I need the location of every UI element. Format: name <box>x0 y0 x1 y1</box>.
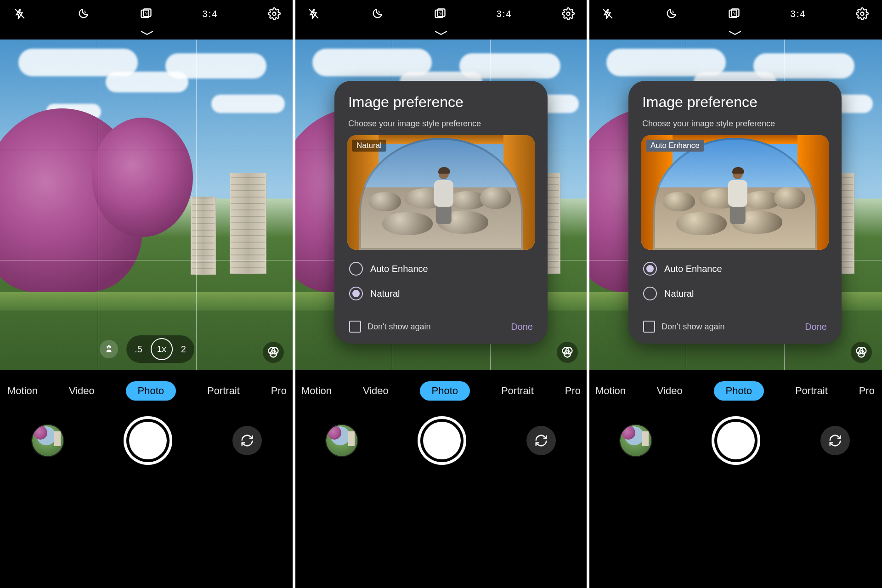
settings-gear-icon[interactable] <box>267 7 281 21</box>
filters-icon[interactable] <box>557 342 578 363</box>
option-auto-enhance[interactable]: Auto Enhance <box>643 262 829 276</box>
filters-icon[interactable] <box>263 342 284 363</box>
mode-selector: Motion Video Photo Portrait Pro <box>0 370 294 404</box>
zoom-1x-active[interactable]: 1x <box>151 338 173 360</box>
svg-text:A: A <box>84 10 86 14</box>
preview-tag-auto-enhance: Auto Enhance <box>646 140 704 152</box>
zoom-0.5x[interactable]: .5 <box>135 344 142 355</box>
mode-portrait[interactable]: Portrait <box>795 385 828 397</box>
dialog-subtitle: Choose your image style preference <box>348 119 535 129</box>
camera-topbar: A N 3:4 <box>294 0 588 28</box>
preview-tag-natural: Natural <box>352 140 386 152</box>
option-natural[interactable]: Natural <box>643 287 829 300</box>
svg-point-14 <box>566 12 570 16</box>
option-label: Auto Enhance <box>370 264 428 274</box>
mode-portrait[interactable]: Portrait <box>501 385 534 397</box>
capture-controls <box>294 404 588 479</box>
capture-controls <box>588 404 882 479</box>
dialog-subtitle: Choose your image style preference <box>642 119 829 129</box>
switch-camera-icon[interactable] <box>232 426 262 455</box>
flash-off-icon[interactable] <box>601 7 615 21</box>
gallery-thumbnail[interactable] <box>620 425 651 456</box>
svg-text:N: N <box>439 11 442 16</box>
dont-show-again-checkbox[interactable]: Don't show again <box>643 321 725 333</box>
mode-photo-active[interactable]: Photo <box>420 381 470 401</box>
expand-chevron-icon[interactable] <box>588 28 882 40</box>
aspect-ratio[interactable]: 3:4 <box>203 9 218 19</box>
macro-flower-icon[interactable] <box>100 340 118 358</box>
dont-show-again-checkbox[interactable]: Don't show again <box>349 321 431 333</box>
mode-portrait[interactable]: Portrait <box>207 385 240 397</box>
night-mode-icon[interactable]: A <box>664 7 678 21</box>
mode-photo-active[interactable]: Photo <box>126 381 176 401</box>
night-mode-icon[interactable]: A <box>370 7 384 21</box>
camera-topbar: A N 3:4 <box>588 0 882 28</box>
flash-off-icon[interactable] <box>307 7 321 21</box>
shutter-button[interactable] <box>418 416 466 465</box>
option-label: Auto Enhance <box>664 264 722 274</box>
camera-topbar: A N 3:4 <box>0 0 294 28</box>
settings-gear-icon[interactable] <box>855 7 869 21</box>
expand-chevron-icon[interactable] <box>0 28 294 40</box>
mode-selector: Motion Video Photo Portrait Pro <box>294 370 588 404</box>
mode-video[interactable]: Video <box>657 385 683 397</box>
dialog-title: Image preference <box>348 94 535 111</box>
capture-controls <box>0 404 294 479</box>
done-button[interactable]: Done <box>805 322 827 332</box>
switch-camera-icon[interactable] <box>526 426 556 455</box>
mode-motion[interactable]: Motion <box>595 385 626 397</box>
mode-photo-active[interactable]: Photo <box>714 381 764 401</box>
raw-toggle-icon[interactable]: N <box>139 7 153 21</box>
night-mode-icon[interactable]: A <box>76 7 90 21</box>
mode-video[interactable]: Video <box>363 385 389 397</box>
viewfinder[interactable]: .5 1x 2 <box>0 40 294 370</box>
checkbox-label: Don't show again <box>662 322 725 332</box>
gallery-thumbnail[interactable] <box>32 425 63 456</box>
raw-toggle-icon[interactable]: N <box>433 7 447 21</box>
gallery-thumbnail[interactable] <box>326 425 357 456</box>
svg-text:N: N <box>145 11 148 16</box>
svg-text:A: A <box>672 10 674 14</box>
option-natural[interactable]: Natural <box>349 287 535 300</box>
option-label: Natural <box>370 288 400 299</box>
image-preference-dialog: Image preference Choose your image style… <box>628 81 842 344</box>
preview-image: Auto Enhance <box>641 135 829 250</box>
mode-selector: Motion Video Photo Portrait Pro <box>588 370 882 404</box>
expand-chevron-icon[interactable] <box>294 28 588 40</box>
mode-pro[interactable]: Pro <box>859 385 875 397</box>
svg-point-23 <box>860 12 864 16</box>
switch-camera-icon[interactable] <box>820 426 850 455</box>
svg-text:N: N <box>733 11 736 16</box>
shutter-button[interactable] <box>124 416 172 465</box>
settings-gear-icon[interactable] <box>561 7 575 21</box>
aspect-ratio[interactable]: 3:4 <box>497 9 512 19</box>
checkbox-label: Don't show again <box>368 322 431 332</box>
zoom-2x[interactable]: 2 <box>181 344 186 355</box>
filters-icon[interactable] <box>851 342 872 363</box>
zoom-controls: .5 1x 2 <box>100 335 194 363</box>
mode-pro[interactable]: Pro <box>565 385 581 397</box>
dialog-title: Image preference <box>642 94 829 111</box>
mode-video[interactable]: Video <box>69 385 95 397</box>
aspect-ratio[interactable]: 3:4 <box>791 9 806 19</box>
image-preference-dialog: Image preference Choose your image style… <box>334 81 548 344</box>
phone-screen-3: A N 3:4 Motion Video Photo Portrait Pro <box>588 0 882 588</box>
option-auto-enhance[interactable]: Auto Enhance <box>349 262 535 276</box>
mode-motion[interactable]: Motion <box>301 385 332 397</box>
svg-text:A: A <box>378 10 380 14</box>
done-button[interactable]: Done <box>511 322 533 332</box>
shutter-button[interactable] <box>712 416 760 465</box>
preview-image: Natural <box>347 135 535 250</box>
mode-pro[interactable]: Pro <box>271 385 287 397</box>
mode-motion[interactable]: Motion <box>7 385 38 397</box>
svg-point-5 <box>272 12 276 16</box>
phone-screen-2: A N 3:4 Motion Video Photo Portrait Pro <box>294 0 588 588</box>
option-label: Natural <box>664 288 694 299</box>
raw-toggle-icon[interactable]: N <box>727 7 741 21</box>
flash-off-icon[interactable] <box>13 7 27 21</box>
phone-screen-1: A N 3:4 <box>0 0 294 588</box>
